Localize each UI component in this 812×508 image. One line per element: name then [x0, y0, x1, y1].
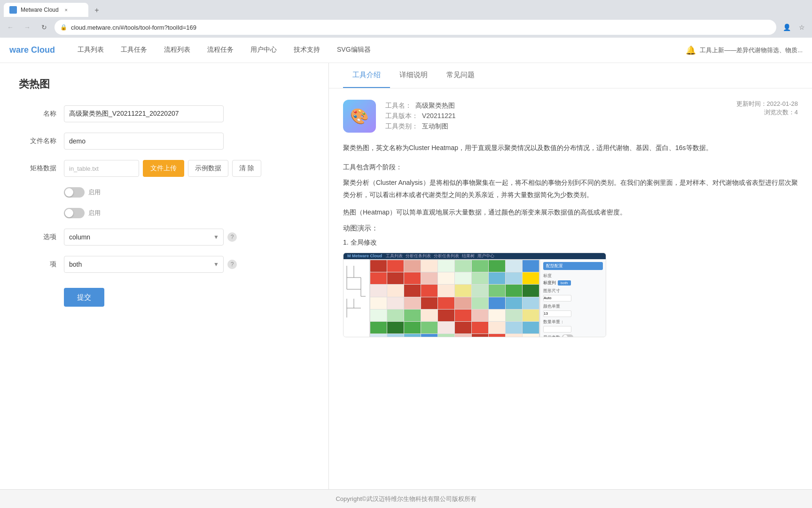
site-logo[interactable]: ware Cloud: [9, 45, 55, 55]
hm-cell: [489, 272, 505, 284]
nav-flow-list[interactable]: 流程列表: [156, 38, 199, 63]
tool-version-value: V20211221: [422, 112, 456, 120]
hm-scale-value[interactable]: both: [558, 280, 571, 286]
site-nav: ware Cloud 工具列表 工具任务 流程列表 流程任务 用户中心 技术支持…: [0, 38, 812, 63]
name-input[interactable]: [64, 105, 224, 122]
toggle2-switch[interactable]: 启用: [64, 208, 101, 218]
dendrogram-svg: [344, 261, 369, 322]
hm-cell: [404, 285, 421, 296]
select2-help-icon[interactable]: ?: [227, 260, 237, 269]
active-tab[interactable]: Metware Cloud ×: [4, 3, 88, 17]
hm-cell: [404, 322, 421, 333]
forward-btn[interactable]: →: [21, 21, 34, 34]
hm-cell: [370, 310, 387, 321]
filename-input[interactable]: [64, 133, 224, 150]
tool-meta-row: 🎨 工具名： 高级聚类热图 工具版本： V20211221 工具类别：: [343, 100, 798, 133]
hm-cell: [472, 334, 488, 337]
heatmap-container: M Metware Cloud 工具列表 分析任务列表 分析任务列表 结果树 用…: [344, 253, 606, 337]
tab-intro[interactable]: 工具介绍: [343, 63, 390, 88]
nav-flow-task[interactable]: 流程任务: [199, 38, 242, 63]
upload-btn[interactable]: 文件上传: [143, 160, 184, 177]
clear-btn[interactable]: 清 除: [232, 160, 261, 177]
hm-cell: [455, 334, 471, 337]
footer: Copyright©武汉迈特维尔生物科技有限公司版权所有: [0, 489, 812, 508]
hm-cell: [472, 297, 488, 309]
tab-detail[interactable]: 详细说明: [390, 63, 437, 88]
hm-nav-4: 结果树: [462, 253, 475, 259]
tool-desc: 聚类热图，英文名称为Cluster Heatmap，用于直观显示聚类情况以及数值…: [343, 142, 798, 154]
hm-color-label: 颜色单重: [543, 303, 603, 310]
hm-cell: [404, 297, 421, 309]
hm-scale-name: 标度列: [543, 280, 556, 286]
hm-cell: [455, 272, 471, 284]
right-panel: 工具介绍 详细说明 常见问题 🎨 工具名： 高级聚类热图: [329, 63, 812, 489]
hm-count-row: 数量单重：: [543, 319, 603, 333]
hm-cell: [387, 297, 404, 309]
hm-color-input[interactable]: [543, 310, 571, 317]
hm-cell: [506, 285, 522, 296]
hm-settings-title[interactable]: 配型配置: [543, 262, 603, 270]
select2-input[interactable]: both row column none: [64, 256, 224, 273]
select2-row: 项 both row column none ▼ ?: [19, 256, 310, 273]
hm-size-input[interactable]: [543, 295, 571, 302]
hm-cell: [438, 260, 454, 272]
new-tab-btn[interactable]: +: [90, 4, 103, 17]
copyright-text: Copyright©武汉迈特维尔生物科技有限公司版权所有: [336, 495, 476, 503]
matrix-row: 矩格数据 in_table.txt 文件上传 示例数据 清 除: [19, 160, 310, 177]
select1-input[interactable]: column row none: [64, 229, 224, 246]
tool-tabs: 工具介绍 详细说明 常见问题: [329, 63, 812, 88]
nav-user-center[interactable]: 用户中心: [242, 38, 285, 63]
refresh-btn[interactable]: ↻: [38, 21, 51, 34]
heatmap-nav: M Metware Cloud 工具列表 分析任务列表 分析任务列表 结果树 用…: [344, 253, 606, 259]
hm-cell: [506, 272, 522, 284]
tool-type-label: 工具类别：: [385, 122, 418, 131]
select1-help-icon[interactable]: ?: [227, 232, 237, 242]
tab-close-btn[interactable]: ×: [62, 6, 70, 14]
hm-cell: [438, 272, 454, 284]
toggle2-row: 启用: [19, 208, 310, 218]
hm-cell: [489, 310, 505, 321]
hm-nav-1: 工具列表: [386, 253, 403, 259]
hm-cell: [455, 310, 471, 321]
hm-toggle[interactable]: [562, 334, 573, 337]
nav-tech-support[interactable]: 技术支持: [285, 38, 328, 63]
hm-cell: [523, 334, 539, 337]
hm-count-input[interactable]: [543, 326, 571, 333]
tab-title: Metware Cloud: [21, 7, 59, 13]
profile-btn[interactable]: 👤: [780, 21, 793, 34]
select2-wrap: both row column none ▼: [64, 256, 224, 273]
hm-nav-items: 工具列表 分析任务列表 分析任务列表 结果树 用户中心: [386, 253, 494, 259]
submit-btn[interactable]: 提交: [64, 288, 104, 307]
tool-contains: 工具包含两个阶段：: [343, 161, 798, 173]
select2-label: 项: [19, 260, 56, 269]
hm-cell: [438, 322, 454, 333]
hm-cell: [523, 310, 539, 321]
bookmark-btn[interactable]: ☆: [795, 21, 808, 34]
back-btn[interactable]: ←: [4, 21, 17, 34]
hm-cell: [438, 285, 454, 296]
nav-tool-task[interactable]: 工具任务: [112, 38, 156, 63]
tool-type-row: 工具类别： 互动制图: [385, 122, 456, 131]
tool-info: 🎨 工具名： 高级聚类热图 工具版本： V20211221 工具类别：: [329, 88, 812, 349]
select1-label: 选项: [19, 233, 56, 241]
hm-toggle-row: 显示参数: [543, 334, 603, 337]
hm-size-label: 图形尺寸: [543, 288, 603, 294]
example-btn[interactable]: 示例数据: [188, 160, 228, 177]
nav-svg-editor[interactable]: SVG编辑器: [328, 38, 379, 63]
hm-cell: [387, 285, 404, 296]
toggle1-switch[interactable]: 启用: [64, 187, 101, 198]
tool-version-label: 工具版本：: [385, 112, 418, 120]
tool-meta-right: 更新时间：2022-01-28 浏览次数：4: [736, 100, 798, 117]
heatmap-body: 配型配置 标度 标度列 both 图形尺寸: [344, 259, 606, 337]
address-bar[interactable]: 🔒 cloud.metware.cn/#/tools/tool-form?too…: [55, 20, 776, 35]
nav-tool-list[interactable]: 工具列表: [69, 38, 112, 63]
hm-cell: [370, 297, 387, 309]
filename-label: 文件名称: [19, 137, 56, 145]
hm-cell: [387, 272, 404, 284]
toggle1-track: [64, 187, 85, 198]
hm-cell: [387, 322, 404, 333]
tab-faq[interactable]: 常见问题: [437, 63, 484, 88]
hm-size-row: 图形尺寸: [543, 288, 603, 302]
hm-cell: [421, 285, 437, 296]
tool-details: 工具名： 高级聚类热图 工具版本： V20211221 工具类别： 互动制图: [385, 102, 456, 131]
